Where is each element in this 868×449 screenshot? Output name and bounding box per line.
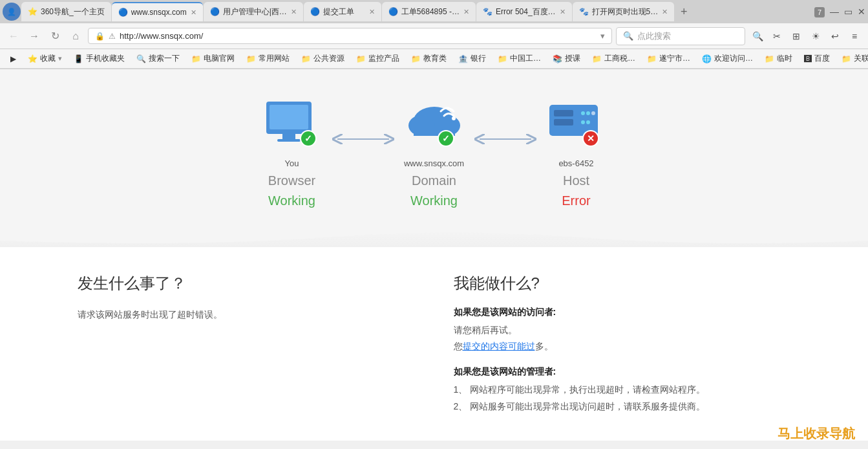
bookmark-label-baidu: 百度 [814,53,830,64]
expand-icon-star: ▾ [58,54,62,63]
address-dropdown-icon[interactable]: ▾ [600,31,605,41]
forward-button[interactable]: → [26,28,43,45]
bookmark-public[interactable]: 📁 公共资源 [296,52,350,65]
bookmark-label-monitor: 监控产品 [368,53,399,64]
folder-company-icon: 📁 [842,54,851,63]
tab-snsqx[interactable]: 🔵 www.snsqx.com ✕ [112,2,203,21]
admin-line-2: 2、 网站服务可能出现异常出现访问超时，请联系服务提供商。 [454,399,791,415]
status-diagram: ✓ You Browser Working [0,69,868,228]
svg-text:✓: ✓ [304,133,312,144]
tab-favicon-order: 🔵 [388,7,397,16]
visitor-link[interactable]: 提交的内容可能过 [463,341,535,351]
node-you-icon: ✓ [260,95,324,153]
tab-error[interactable]: 🐾 Error 504_百度… ✕ [476,2,572,21]
server-icon: ✕ [544,98,609,150]
tab-title-user: 用户管理中心|西… [223,6,287,17]
node-domain-icon: ✓ [402,95,467,153]
bookmark-baidu[interactable]: 🅱 百度 [799,52,835,65]
tab-close-order[interactable]: ✕ [463,8,469,16]
bookmark-bank[interactable]: 🏦 银行 [453,52,491,65]
arrow-right-icon [473,129,538,149]
tab-close-error[interactable]: ✕ [560,8,566,16]
svg-rect-19 [554,119,573,126]
reload-button[interactable]: ↻ [47,28,63,45]
bookmark-tax[interactable]: 📁 工商税… [587,52,640,65]
tab-submit[interactable]: 🔵 提交工单 ✕ [304,2,381,21]
bookmark-course[interactable]: 📚 授课 [547,52,586,65]
bookmark-label-pc: 电脑官网 [204,53,235,64]
bookmark-edu[interactable]: 📁 教育类 [406,52,452,65]
tab-user[interactable]: 🔵 用户管理中心|西… ✕ [204,2,303,21]
bookmark-label-company: 关联公司 [854,53,868,64]
bookmark-mobile[interactable]: 📱 手机收藏夹 [69,52,130,65]
bookmark-city[interactable]: 📁 遂宁市… [642,52,695,65]
info-left-description: 请求该网站服务时出现了超时错误。 [78,307,415,323]
tab-controls: 7 — ▭ ✕ [814,6,865,17]
tab-count-badge: 7 [814,6,825,17]
svg-rect-1 [270,105,308,129]
wave-svg [0,228,868,247]
admin-subtitle: 如果您是该网站的管理者: [454,366,791,378]
tab-favicon-snsqx: 🔵 [118,8,127,17]
info-right: 我能做什么? 如果您是该网站的访问者: 请您稍后再试。 您提交的内容可能过多。 … [454,273,791,415]
bookmark-search[interactable]: 🔍 搜索一下 [131,52,185,65]
restore-button[interactable]: ▭ [844,6,852,17]
bookmark-company[interactable]: 📁 关联公司 [836,52,868,65]
minimize-button[interactable]: — [830,6,839,17]
search-bk-icon: 🔍 [136,54,146,63]
folder-pc-icon: 📁 [191,54,201,63]
tab-360[interactable]: ⭐ 360导航_一个主页 [21,2,111,21]
avatar[interactable]: 👤 [3,3,21,21]
node-domain-name: www.snsqx.com [404,159,464,168]
bookmark-pc[interactable]: 📁 电脑官网 [186,52,240,65]
tab-favicon-submit: 🔵 [310,7,319,16]
back-button[interactable]: ← [5,28,22,45]
bookmark-china[interactable]: 📁 中国工… [492,52,546,65]
search-toolbar-button[interactable]: 🔍 [749,28,766,45]
bank-icon: 🏦 [458,54,468,63]
brightness-icon[interactable]: ☀ [807,28,824,45]
bookmark-nav-prev[interactable]: ▶ [5,53,21,65]
grid-view-icon[interactable]: ⊞ [788,28,805,45]
tab-close-user[interactable]: ✕ [291,8,297,16]
admin-line-1: 1、 网站程序可能出现异常，执行出现超时，请检查网站程序。 [454,382,791,398]
folder-edu-icon: 📁 [411,54,421,63]
bookmark-monitor[interactable]: 📁 监控产品 [351,52,405,65]
svg-text:✓: ✓ [442,133,450,144]
node-host-status: Error [562,193,590,208]
bookmark-label-welcome: 欢迎访问… [714,53,753,64]
tab-title-error: Error 504_百度… [496,6,556,17]
close-window-button[interactable]: ✕ [858,6,865,17]
new-tab-button[interactable]: + [675,3,693,21]
tab-close-open[interactable]: ✕ [662,8,668,16]
bookmark-temp[interactable]: 📁 临时 [759,52,798,65]
star-icon: ⭐ [28,54,37,63]
info-section: 发生什么事了？ 请求该网站服务时出现了超时错误。 我能做什么? 如果您是该网站的… [0,247,868,441]
menu-icon[interactable]: ≡ [846,28,863,45]
tab-order[interactable]: 🔵 工单5684895 -… ✕ [382,2,476,21]
tab-open[interactable]: 🐾 打开网页时出现5… ✕ [573,2,675,21]
search-icon: 🔍 [623,31,633,41]
visitor-subtitle: 如果您是该网站的访问者: [454,307,791,318]
home-button[interactable]: ⌂ [67,28,84,45]
course-icon: 📚 [553,54,562,63]
scissors-icon[interactable]: ✂ [768,28,785,45]
bookmark-label-tax: 工商税… [604,53,635,64]
search-box[interactable]: 🔍 点此搜索 [616,27,745,45]
bookmark-label-search: 搜索一下 [149,53,180,64]
address-input[interactable]: 🔒 ⚠ http://www.snsqx.com/ ▾ [88,28,612,44]
folder-china-icon: 📁 [498,54,507,63]
undo-icon[interactable]: ↩ [827,28,843,45]
bookmark-common[interactable]: 📁 常用网站 [241,52,295,65]
node-you-type: Browser [268,173,315,188]
info-left: 发生什么事了？ 请求该网站服务时出现了超时错误。 [78,273,415,415]
bookmarks-bar: ▶ ⭐ 收藏 ▾ 📱 手机收藏夹 🔍 搜索一下 📁 电脑官网 📁 常用网站 📁 … [0,49,868,69]
bookmark-star[interactable]: ⭐ 收藏 ▾ [23,52,67,65]
node-domain-status: Working [410,193,458,208]
node-you-status: Working [268,193,315,208]
tab-close-snsqx[interactable]: ✕ [191,8,196,17]
bookmark-welcome[interactable]: 🌐 欢迎访问… [697,52,758,65]
arrow-left-icon [331,129,396,149]
tab-close-submit[interactable]: ✕ [369,8,375,16]
bookmark-label-star: 收藏 [40,53,56,64]
